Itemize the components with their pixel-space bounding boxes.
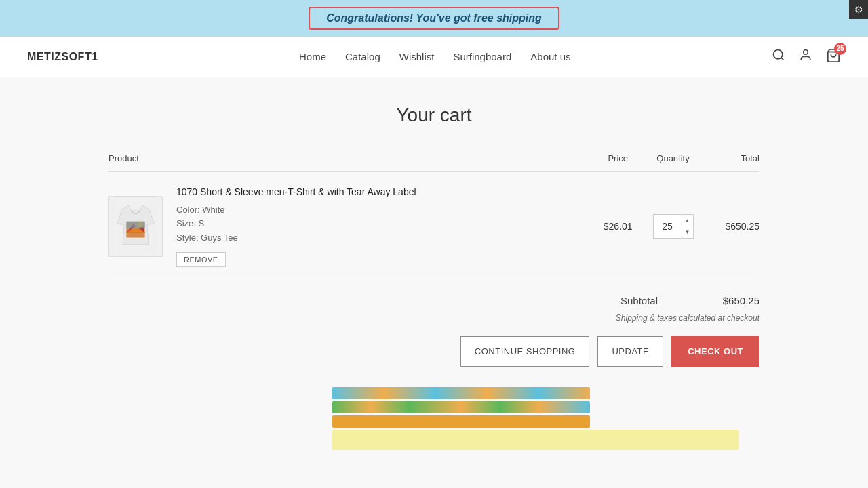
site-header: METIZSOFT1 Home Catalog Wishlist Surfing… — [0, 37, 868, 77]
table-row: 1070 Short & Sleeve men-T-Shirt & with T… — [108, 172, 760, 281]
top-banner: Congratulations! You've got free shippin… — [0, 0, 868, 37]
main-content: Your cart Product Price Quantity Total — [0, 77, 868, 479]
cart-table-header: Product Price Quantity Total — [108, 153, 760, 172]
user-icon[interactable] — [799, 48, 812, 65]
banner-text: Congratulations! You've got free shippin… — [326, 12, 542, 24]
subtotal-amount: $650.25 — [712, 295, 760, 306]
price-col-header: Price — [595, 153, 641, 172]
update-button[interactable]: UPDATE — [597, 336, 663, 367]
remove-button[interactable]: REMOVE — [176, 252, 226, 267]
cart-table: Product Price Quantity Total — [108, 153, 760, 281]
svg-point-0 — [773, 50, 782, 59]
nav-wishlist[interactable]: Wishlist — [399, 51, 435, 62]
shipping-note: Shipping & taxes calculated at checkout — [108, 313, 760, 323]
subtotal-section: Subtotal $650.25 Shipping & taxes calcul… — [108, 295, 760, 323]
product-name: 1070 Short & Sleeve men-T-Shirt & with T… — [176, 186, 416, 199]
product-style: Style: Guys Tee — [176, 231, 416, 245]
nav-about[interactable]: About us — [530, 51, 570, 62]
site-logo: METIZSOFT1 — [27, 51, 98, 63]
quantity-arrows: ▲ ▼ — [682, 215, 693, 238]
product-image — [108, 196, 163, 257]
search-icon[interactable] — [772, 48, 785, 65]
total-col-header: Total — [705, 153, 760, 172]
cart-icon-wrapper[interactable]: 25 — [826, 48, 841, 66]
deco-bar-2 — [332, 401, 590, 413]
deco-bar-3 — [332, 415, 590, 428]
quantity-stepper[interactable]: 25 ▲ ▼ — [653, 214, 694, 239]
svg-line-1 — [781, 58, 784, 60]
product-price: $26.01 — [595, 172, 641, 281]
bottom-decoration — [108, 387, 760, 450]
product-info: 1070 Short & Sleeve men-T-Shirt & with T… — [176, 186, 416, 267]
quantity-down-arrow[interactable]: ▼ — [682, 226, 693, 238]
deco-bar-4 — [332, 430, 739, 450]
svg-point-2 — [804, 50, 808, 55]
subtotal-row: Subtotal $650.25 — [108, 295, 760, 306]
qty-col-header: Quantity — [641, 153, 705, 172]
quantity-value: 25 — [654, 221, 682, 232]
product-size: Size: S — [176, 217, 416, 231]
quantity-cell: 25 ▲ ▼ — [641, 172, 705, 281]
cart-badge: 25 — [834, 43, 846, 55]
cart-actions: CONTINUE SHOPPING UPDATE CHECK OUT — [108, 336, 760, 367]
quantity-up-arrow[interactable]: ▲ — [682, 215, 693, 226]
product-color: Color: White — [176, 203, 416, 218]
header-icons: 25 — [772, 48, 841, 66]
main-nav: Home Catalog Wishlist Surfingboard About… — [299, 51, 571, 62]
nav-home[interactable]: Home — [299, 51, 326, 62]
continue-shopping-button[interactable]: CONTINUE SHOPPING — [460, 336, 590, 367]
product-col-header: Product — [108, 153, 595, 172]
settings-icon[interactable]: ⚙ — [849, 0, 868, 19]
banner-box: Congratulations! You've got free shippin… — [309, 7, 559, 30]
deco-bar-1 — [332, 387, 590, 399]
checkout-button[interactable]: CHECK OUT — [671, 336, 760, 367]
product-cell: 1070 Short & Sleeve men-T-Shirt & with T… — [108, 172, 595, 281]
svg-rect-9 — [126, 222, 144, 228]
nav-surfingboard[interactable]: Surfingboard — [453, 51, 511, 62]
product-total: $650.25 — [705, 172, 760, 281]
nav-catalog[interactable]: Catalog — [345, 51, 380, 62]
subtotal-label: Subtotal — [620, 295, 658, 306]
page-title: Your cart — [108, 104, 760, 126]
